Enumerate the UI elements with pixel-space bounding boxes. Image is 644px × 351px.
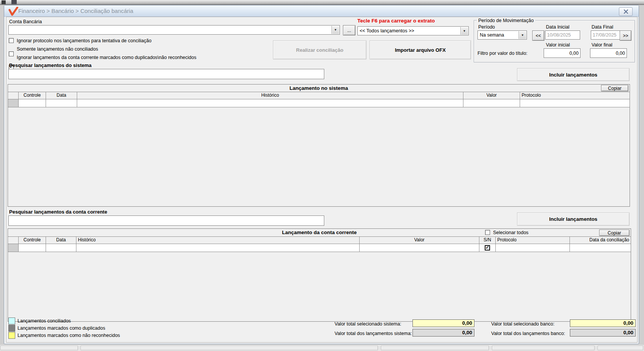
table-row[interactable] [8, 99, 630, 107]
chevron-down-icon[interactable]: ▼ [332, 26, 339, 34]
statusbar-segment [492, 346, 595, 350]
close-icon [624, 10, 628, 14]
total-selecionado-banco-label: Valor total selecionado banco: [491, 321, 555, 327]
chevron-down-icon[interactable]: ▼ [460, 27, 468, 35]
legend-label-conciliados: Lançamentos conciliados [17, 318, 71, 324]
valor-inicial-label: Valor inicial [546, 42, 570, 48]
total-lancamentos-sistema-label: Valor total dos lançamentos sistema: [335, 331, 412, 336]
checkbox-ignorar-protocolo-label: Ignorar protocolo nos lançamentos para t… [17, 38, 151, 43]
copiar-sistema-button[interactable]: Copiar [601, 85, 628, 91]
cell-protocolo[interactable] [496, 244, 570, 252]
row-selector-cell[interactable] [8, 99, 19, 107]
cell-historico[interactable] [77, 99, 463, 107]
grid-sistema-title-row: Lançamento no sistema Copiar [8, 85, 630, 92]
column-header-historico: Histórico [77, 92, 463, 99]
cell-controle[interactable] [19, 244, 46, 252]
cell-sn: ✓ [479, 244, 496, 252]
statusbar-segment [0, 346, 78, 350]
column-header-data: Data [46, 237, 76, 244]
cell-controle[interactable] [19, 99, 46, 107]
grid-banco-title: Lançamento da conta corrente [8, 230, 631, 235]
next-period-button[interactable]: >> [620, 30, 631, 41]
table-row[interactable]: ✓ [8, 244, 631, 252]
realizar-conciliacao-button[interactable]: Realizar conciliação [273, 40, 366, 59]
previous-period-button[interactable]: << [532, 30, 544, 41]
cell-data[interactable] [46, 244, 76, 252]
pesquisar-conta-corrente-label: Pesquisar lançamentos da conta corrente [9, 209, 107, 215]
f6-hint-text: Tecle F6 para carregar o extrato [357, 18, 435, 24]
cell-protocolo[interactable] [520, 99, 630, 107]
statusbar-segment [598, 346, 643, 350]
filtro-valor-titulo-label: Filtro por valor do título: [477, 51, 527, 56]
row-sn-checkbox[interactable]: ✓ [485, 245, 490, 250]
pesquisar-sistema-label: Pesquisar lançamentos do sistema [9, 62, 92, 68]
toolbar-icon-fragment [11, 0, 17, 4]
window-title: Financeiro > Bancário > Conciliação banc… [18, 8, 133, 14]
column-header-valor: Valor [463, 92, 520, 99]
conta-bancaria-label: Conta Bancária [9, 19, 42, 24]
total-lancamentos-sistema-value: 0,00 [412, 329, 474, 337]
browse-accounts-button[interactable]: ... [343, 25, 355, 35]
checkbox-ignorar-protocolo[interactable]: ✓ [9, 38, 14, 43]
valor-final-input[interactable] [590, 48, 627, 58]
incluir-lancamentos-sistema-button[interactable]: Incluir lançamentos [517, 68, 630, 81]
legend-swatch-duplicados [8, 325, 15, 332]
column-header-selector [8, 237, 19, 244]
cell-valor[interactable] [463, 99, 520, 107]
legend-swatch-conciliados [8, 317, 15, 324]
close-button[interactable] [619, 7, 633, 16]
conta-bancaria-combobox[interactable]: ▼ [8, 25, 340, 35]
legend-label-duplicados: Lançamentos marcados como duplicados [17, 325, 105, 331]
column-header-selector [8, 92, 19, 99]
cell-data-conciliacao[interactable] [570, 244, 631, 252]
total-lancamentos-banco-value: 0,00 [570, 329, 636, 337]
background-toolbar-strip [0, 0, 644, 5]
cell-valor[interactable] [360, 244, 479, 252]
grid-banco-header-row: Controle Data Histórico Valor S/N Protoc… [8, 237, 631, 244]
column-header-data-conciliacao: Data da conciliação [570, 237, 631, 244]
total-lancamentos-banco-label: Valor total dos lançamentos banco: [491, 331, 565, 336]
app-logo-checkmark-icon [8, 7, 18, 16]
legend-label-nao-reconhecidos: Lançamentos marcados como não reconhecid… [17, 333, 120, 338]
pesquisar-conta-corrente-input[interactable] [8, 215, 324, 226]
cell-historico[interactable] [76, 244, 360, 252]
total-selecionado-sistema-value: 0,00 [412, 319, 474, 327]
grid-lancamento-conta-corrente: Lançamento da conta corrente ✓ Seleciona… [8, 228, 631, 322]
selecionar-todos-label: Selecionar todos [493, 230, 528, 235]
column-header-protocolo: Protocolo [496, 237, 570, 244]
data-final-label: Data Final [592, 24, 613, 30]
grid-sistema-title: Lançamento no sistema [8, 85, 630, 91]
toolbar-icon-fragment [2, 0, 6, 4]
valor-final-label: Valor final [592, 42, 612, 48]
checkbox-somente-nao-conciliados[interactable]: ✓ [9, 51, 14, 56]
column-header-sn: S/N [479, 237, 496, 244]
statusbar-segment [81, 346, 378, 350]
column-header-protocolo: Protocolo [520, 92, 630, 99]
periodo-label: Período [478, 24, 495, 30]
data-inicial-input[interactable] [545, 30, 580, 40]
background-statusbar-strip [0, 345, 644, 351]
checkbox-ignorar-duplicados-label: Ignorar lançamentos da conta corrente ma… [17, 55, 197, 60]
selecionar-todos-checkbox[interactable]: ✓ [485, 230, 490, 235]
importar-ofx-button[interactable]: Importar arquivo OFX [370, 40, 471, 59]
grid-lancamento-sistema: Lançamento no sistema Copiar Controle Da… [8, 84, 630, 207]
grid-banco-title-row: Lançamento da conta corrente ✓ Seleciona… [8, 229, 631, 237]
copiar-banco-button[interactable]: Copiar [599, 230, 630, 236]
periodo-value: Na semana [480, 32, 504, 38]
total-selecionado-sistema-label: Valor total selecionado sistema: [335, 321, 401, 327]
data-inicial-label: Data Inicial [546, 24, 569, 30]
lancamentos-filter-combobox[interactable]: << Todos lançamentos >> ▼ [357, 26, 469, 35]
pesquisar-sistema-input[interactable] [8, 69, 324, 79]
cell-data[interactable] [46, 99, 77, 107]
incluir-lancamentos-banco-button[interactable]: Incluir lançamentos [517, 212, 630, 226]
column-header-historico: Histórico [76, 237, 360, 244]
column-header-data: Data [46, 92, 77, 99]
chevron-down-icon[interactable]: ▼ [519, 31, 526, 39]
row-selector-cell[interactable] [8, 244, 19, 252]
checkbox-somente-nao-conciliados-label: Somente lançamentos não conciliados [17, 46, 98, 52]
grid-sistema-header-row: Controle Data Histórico Valor Protocolo [8, 92, 630, 99]
valor-inicial-input[interactable] [544, 48, 581, 58]
column-header-controle: Controle [19, 237, 46, 244]
periodo-combobox[interactable]: Na semana ▼ [477, 30, 527, 40]
total-selecionado-banco-value: 0,00 [570, 319, 636, 327]
